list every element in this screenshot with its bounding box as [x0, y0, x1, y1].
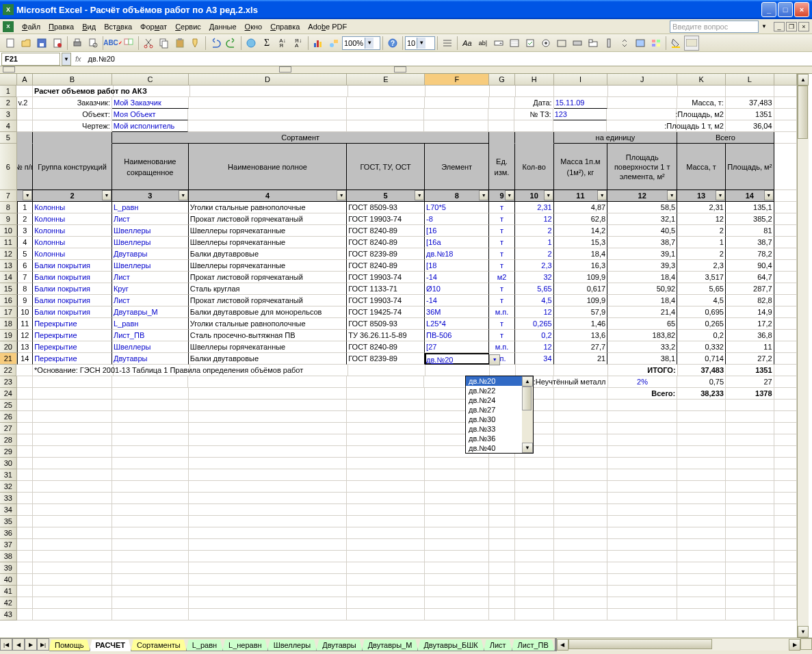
cell[interactable]	[189, 609, 347, 620]
cell[interactable]: 2	[515, 248, 554, 260]
cell[interactable]	[726, 469, 774, 481]
cell[interactable]	[554, 446, 608, 458]
cell[interactable]: 12	[677, 213, 726, 225]
cell[interactable]	[515, 527, 554, 539]
cell[interactable]	[425, 493, 489, 504]
cell[interactable]	[607, 551, 677, 562]
cell[interactable]: [16a	[425, 237, 489, 248]
undo-icon[interactable]	[208, 36, 223, 51]
cell[interactable]	[515, 469, 554, 481]
cell[interactable]	[17, 411, 34, 423]
cell[interactable]	[33, 132, 112, 144]
cell[interactable]: Колонны	[33, 248, 112, 260]
cell[interactable]: 123	[553, 109, 607, 120]
cell[interactable]	[17, 574, 34, 586]
cell[interactable]: Сталь круглая	[189, 283, 347, 295]
cell[interactable]	[515, 504, 554, 516]
cell[interactable]	[189, 446, 347, 458]
cell[interactable]	[112, 481, 189, 493]
cell[interactable]	[726, 434, 774, 446]
filter-dropdown-icon[interactable]: ▼	[415, 190, 424, 200]
cell[interactable]: 82,8	[726, 295, 774, 306]
cell[interactable]	[490, 86, 515, 97]
print-icon[interactable]	[70, 36, 85, 51]
cell[interactable]	[774, 190, 797, 202]
cell[interactable]: Ø10	[425, 283, 489, 295]
cell[interactable]: Двутавры	[112, 248, 189, 260]
cell[interactable]: Двутавры_М	[112, 306, 189, 318]
open-icon[interactable]	[18, 36, 34, 51]
cell[interactable]	[726, 504, 774, 516]
cell[interactable]	[347, 97, 425, 109]
cell[interactable]: 5,65	[515, 283, 554, 295]
cell[interactable]: № ТЗ:	[514, 109, 553, 120]
row-header-21[interactable]: 21	[0, 353, 17, 365]
cell[interactable]	[554, 562, 608, 574]
cell[interactable]	[489, 539, 514, 551]
cell[interactable]	[726, 493, 774, 504]
cell[interactable]: 34	[515, 353, 554, 365]
cell[interactable]	[112, 434, 189, 446]
sheet-tab-РАСЧЕТ[interactable]: РАСЧЕТ	[90, 640, 132, 651]
cell[interactable]	[33, 469, 112, 481]
cell[interactable]	[33, 388, 112, 400]
cell[interactable]: 81	[726, 225, 774, 237]
cell[interactable]	[489, 97, 514, 109]
cell[interactable]	[515, 597, 554, 609]
cell[interactable]	[774, 481, 797, 493]
sheet-tab-Швеллеры[interactable]: Швеллеры	[267, 640, 317, 651]
cell[interactable]	[677, 446, 726, 458]
row-header-1[interactable]: 1	[0, 86, 16, 97]
cell[interactable]	[112, 469, 189, 481]
cell[interactable]: 4	[17, 237, 34, 248]
autosum-icon[interactable]: Σ	[259, 36, 274, 51]
cell[interactable]: 62,8	[554, 213, 608, 225]
cell[interactable]	[726, 446, 774, 458]
cell[interactable]	[189, 423, 347, 434]
cell[interactable]	[16, 365, 33, 376]
cell[interactable]	[112, 597, 189, 609]
split-handle-1[interactable]	[3, 66, 15, 73]
menu-format[interactable]: Формат	[136, 21, 171, 32]
scroll-control-icon[interactable]	[601, 36, 616, 51]
row-header-23[interactable]: 23	[0, 376, 17, 388]
cell[interactable]	[489, 481, 514, 493]
cell[interactable]	[112, 539, 189, 551]
cell[interactable]	[514, 120, 553, 132]
cell[interactable]	[774, 86, 797, 97]
cell[interactable]	[425, 481, 489, 493]
cell[interactable]	[677, 609, 726, 620]
cell[interactable]: 2	[17, 213, 34, 225]
row-header-18[interactable]: 18	[0, 318, 17, 330]
cell[interactable]	[17, 562, 34, 574]
cell[interactable]: 32,1	[607, 213, 677, 225]
cell[interactable]	[515, 562, 554, 574]
header-per-unit[interactable]: на единицу	[554, 132, 678, 144]
cell[interactable]	[17, 597, 34, 609]
cell[interactable]: 13,6	[554, 330, 608, 341]
header-qty[interactable]: Кол-во	[515, 144, 554, 190]
cell[interactable]: 1	[677, 237, 726, 248]
cell[interactable]	[189, 516, 347, 527]
cell[interactable]	[33, 481, 112, 493]
sheet-tab-Сортаменты[interactable]: Сортаменты	[131, 640, 187, 651]
cell[interactable]	[189, 574, 347, 586]
filter-dropdown-icon[interactable]: ▼	[479, 190, 488, 200]
cell[interactable]: 0,714	[677, 353, 726, 365]
cell[interactable]: ГОСТ 8240-89	[347, 341, 425, 353]
format-painter-icon[interactable]	[188, 36, 203, 51]
cell[interactable]: Двутавры	[112, 353, 189, 365]
cell[interactable]: 36М	[425, 306, 489, 318]
cell[interactable]	[726, 539, 774, 551]
cell[interactable]	[17, 527, 34, 539]
fill-color-icon[interactable]	[668, 36, 683, 51]
cell[interactable]	[112, 458, 189, 469]
cell[interactable]	[189, 388, 347, 400]
cell[interactable]: 15,3	[554, 237, 608, 248]
cell[interactable]: 10	[17, 306, 34, 318]
cell[interactable]	[554, 609, 608, 620]
vertical-scrollbar[interactable]: ▲ ▼	[797, 74, 809, 638]
cell[interactable]: 9	[17, 295, 34, 306]
col-header-H[interactable]: H	[515, 74, 554, 86]
cell[interactable]	[774, 609, 797, 620]
